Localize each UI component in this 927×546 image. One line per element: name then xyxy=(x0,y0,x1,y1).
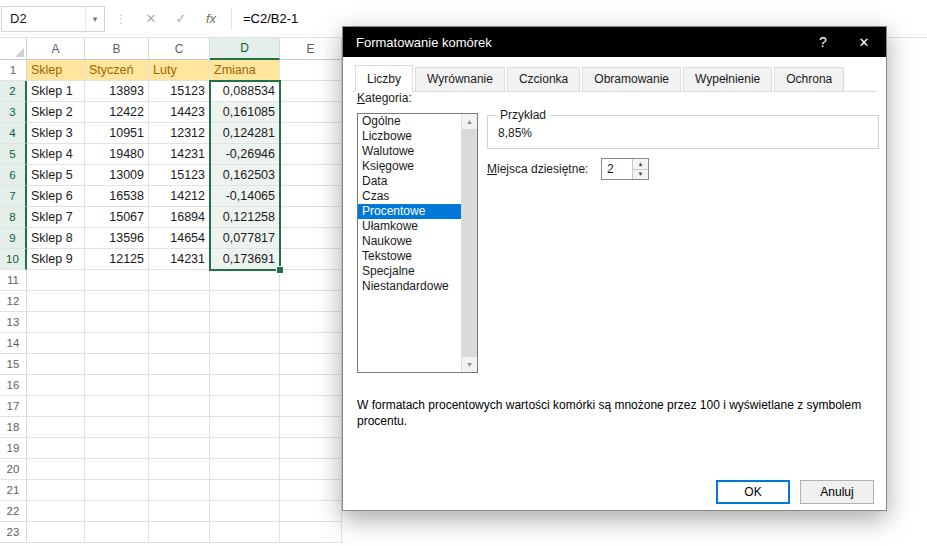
category-option-walutowe[interactable]: Walutowe xyxy=(358,144,461,159)
cell-C21[interactable] xyxy=(149,480,210,501)
cell-B5[interactable]: 19480 xyxy=(85,144,149,165)
cancel-button[interactable]: Anuluj xyxy=(800,480,874,504)
row-header-1[interactable]: 1 xyxy=(0,60,27,81)
row-header-22[interactable]: 22 xyxy=(0,501,27,522)
cell-D7[interactable]: -0,14065 xyxy=(210,186,280,207)
close-button[interactable]: ✕ xyxy=(842,27,886,57)
cell-A5[interactable]: Sklep 4 xyxy=(27,144,85,165)
cell-E21[interactable] xyxy=(280,480,342,501)
cell-E22[interactable] xyxy=(280,501,342,522)
cell-E4[interactable] xyxy=(280,123,342,144)
row-header-17[interactable]: 17 xyxy=(0,396,27,417)
cell-A8[interactable]: Sklep 7 xyxy=(27,207,85,228)
row-header-19[interactable]: 19 xyxy=(0,438,27,459)
cell-A17[interactable] xyxy=(27,396,85,417)
cell-C4[interactable]: 12312 xyxy=(149,123,210,144)
col-header-E[interactable]: E xyxy=(280,38,342,60)
cell-E15[interactable] xyxy=(280,354,342,375)
cell-B7[interactable]: 16538 xyxy=(85,186,149,207)
cell-B15[interactable] xyxy=(85,354,149,375)
cell-B16[interactable] xyxy=(85,375,149,396)
category-option-tekstowe[interactable]: Tekstowe xyxy=(358,249,461,264)
cell-A16[interactable] xyxy=(27,375,85,396)
scrollbar-thumb[interactable] xyxy=(462,129,477,357)
cell-B19[interactable] xyxy=(85,438,149,459)
cell-B10[interactable]: 12125 xyxy=(85,249,149,270)
row-header-23[interactable]: 23 xyxy=(0,522,27,543)
cell-B8[interactable]: 15067 xyxy=(85,207,149,228)
cell-B2[interactable]: 13893 xyxy=(85,81,149,102)
cell-E2[interactable] xyxy=(280,81,342,102)
cell-B12[interactable] xyxy=(85,291,149,312)
cell-C17[interactable] xyxy=(149,396,210,417)
cell-C22[interactable] xyxy=(149,501,210,522)
cell-C19[interactable] xyxy=(149,438,210,459)
cell-A19[interactable] xyxy=(27,438,85,459)
cell-E8[interactable] xyxy=(280,207,342,228)
cell-B18[interactable] xyxy=(85,417,149,438)
category-option-czas[interactable]: Czas xyxy=(358,189,461,204)
cell-A22[interactable] xyxy=(27,501,85,522)
cell-A21[interactable] xyxy=(27,480,85,501)
cell-D1[interactable]: Zmiana xyxy=(210,60,280,81)
cell-D4[interactable]: 0,124281 xyxy=(210,123,280,144)
row-header-15[interactable]: 15 xyxy=(0,354,27,375)
cell-D22[interactable] xyxy=(210,501,280,522)
cell-A11[interactable] xyxy=(27,270,85,291)
row-header-20[interactable]: 20 xyxy=(0,459,27,480)
listbox-scrollbar[interactable]: ▲ ▼ xyxy=(461,114,477,372)
cell-D3[interactable]: 0,161085 xyxy=(210,102,280,123)
cell-C11[interactable] xyxy=(149,270,210,291)
cell-B3[interactable]: 12422 xyxy=(85,102,149,123)
help-button[interactable]: ? xyxy=(804,34,842,50)
cell-A18[interactable] xyxy=(27,417,85,438)
category-option-liczbowe[interactable]: Liczbowe xyxy=(358,129,461,144)
cell-C5[interactable]: 14231 xyxy=(149,144,210,165)
cell-B14[interactable] xyxy=(85,333,149,354)
cell-C1[interactable]: Luty xyxy=(149,60,210,81)
enter-icon[interactable]: ✓ xyxy=(166,11,196,26)
cell-D15[interactable] xyxy=(210,354,280,375)
scroll-up-icon[interactable]: ▲ xyxy=(462,114,477,129)
category-option-naukowe[interactable]: Naukowe xyxy=(358,234,461,249)
cell-C2[interactable]: 15123 xyxy=(149,81,210,102)
cell-E11[interactable] xyxy=(280,270,342,291)
cell-E17[interactable] xyxy=(280,396,342,417)
cell-A14[interactable] xyxy=(27,333,85,354)
cell-B9[interactable]: 13596 xyxy=(85,228,149,249)
name-box[interactable]: D2 ▾ xyxy=(1,6,105,32)
cell-E6[interactable] xyxy=(280,165,342,186)
cell-D19[interactable] xyxy=(210,438,280,459)
decimal-places-input[interactable]: 2 ▲ ▼ xyxy=(601,158,649,180)
row-header-6[interactable]: 6 xyxy=(0,165,27,186)
cell-B11[interactable] xyxy=(85,270,149,291)
cell-E23[interactable] xyxy=(280,522,342,543)
row-header-14[interactable]: 14 xyxy=(0,333,27,354)
cell-C9[interactable]: 14654 xyxy=(149,228,210,249)
cell-C7[interactable]: 14212 xyxy=(149,186,210,207)
category-option-ksiegowe[interactable]: Księgowe xyxy=(358,159,461,174)
cell-C16[interactable] xyxy=(149,375,210,396)
cell-D21[interactable] xyxy=(210,480,280,501)
cell-A23[interactable] xyxy=(27,522,85,543)
cell-C14[interactable] xyxy=(149,333,210,354)
row-header-18[interactable]: 18 xyxy=(0,417,27,438)
cell-D6[interactable]: 0,162503 xyxy=(210,165,280,186)
insert-function-icon[interactable]: fx xyxy=(196,11,226,26)
cell-C12[interactable] xyxy=(149,291,210,312)
cell-B20[interactable] xyxy=(85,459,149,480)
cell-E18[interactable] xyxy=(280,417,342,438)
cancel-icon[interactable]: ✕ xyxy=(136,11,166,26)
row-header-21[interactable]: 21 xyxy=(0,480,27,501)
cell-C23[interactable] xyxy=(149,522,210,543)
formula-input[interactable]: =C2/B2-1 xyxy=(237,11,927,26)
cell-A20[interactable] xyxy=(27,459,85,480)
cell-B13[interactable] xyxy=(85,312,149,333)
row-header-3[interactable]: 3 xyxy=(0,102,27,123)
row-header-12[interactable]: 12 xyxy=(0,291,27,312)
cell-E1[interactable] xyxy=(280,60,342,81)
cell-C15[interactable] xyxy=(149,354,210,375)
cell-A9[interactable]: Sklep 8 xyxy=(27,228,85,249)
col-header-B[interactable]: B xyxy=(85,38,149,60)
cell-D16[interactable] xyxy=(210,375,280,396)
